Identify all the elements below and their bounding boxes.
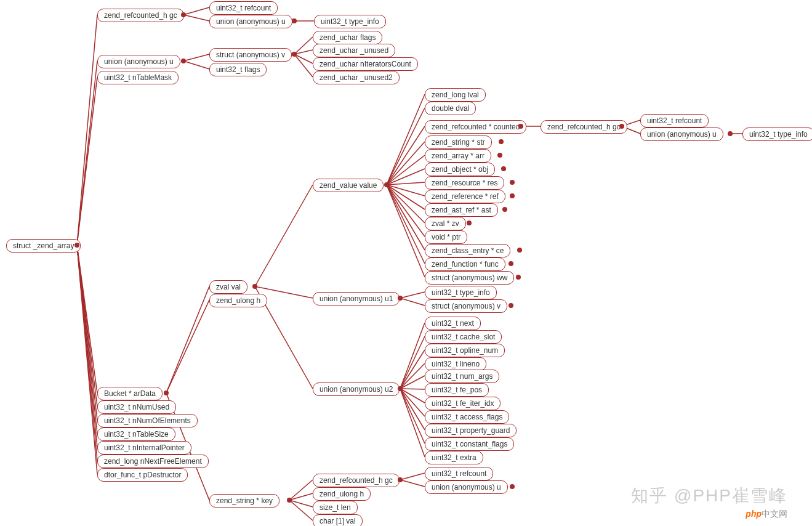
node-pdestructor[interactable]: dtor_func_t pDestructor bbox=[97, 468, 188, 482]
expand-dot[interactable] bbox=[181, 59, 186, 63]
expand-dot[interactable] bbox=[501, 166, 506, 171]
node-nnumused[interactable]: uint32_t nNumUsed bbox=[97, 400, 176, 414]
node-gc[interactable]: zend_refcounted_h gc bbox=[97, 9, 184, 22]
expand-dot[interactable] bbox=[398, 296, 403, 301]
node-type-info[interactable]: uint32_t type_info bbox=[314, 15, 386, 28]
node-nnumofelements[interactable]: uint32_t nNumOfElements bbox=[97, 414, 198, 427]
node-u2-cache-slot[interactable]: uint32_t cache_slot bbox=[425, 330, 502, 344]
node-key-gc[interactable]: zend_refcounted_h gc bbox=[313, 474, 400, 487]
node-ref[interactable]: zend_reference * ref bbox=[425, 190, 505, 203]
node-ast[interactable]: zend_ast_ref * ast bbox=[425, 203, 498, 217]
node-uchar-niterators[interactable]: zend_uchar nIteratorsCount bbox=[313, 57, 418, 71]
node-obj[interactable]: zend_object * obj bbox=[425, 163, 495, 176]
svg-line-54 bbox=[400, 389, 425, 443]
node-key-union[interactable]: union (anonymous) u bbox=[425, 480, 508, 494]
expand-dot[interactable] bbox=[517, 248, 522, 253]
node-u2-next[interactable]: uint32_t next bbox=[425, 317, 481, 330]
svg-line-48 bbox=[400, 363, 425, 389]
expand-dot[interactable] bbox=[398, 477, 403, 482]
node-refcounted-gc[interactable]: zend_refcounted_h gc bbox=[541, 120, 627, 134]
expand-dot[interactable] bbox=[510, 484, 515, 489]
expand-dot[interactable] bbox=[497, 153, 502, 158]
node-string-key[interactable]: zend_string * key bbox=[209, 494, 279, 508]
expand-dot[interactable] bbox=[518, 124, 523, 129]
node-nnextfreeelement[interactable]: zend_long nNextFreeElement bbox=[97, 455, 209, 468]
node-dval[interactable]: double dval bbox=[425, 102, 476, 115]
expand-dot[interactable] bbox=[181, 12, 186, 17]
node-counted[interactable]: zend_refcounted * counted bbox=[425, 120, 526, 134]
expand-dot[interactable] bbox=[292, 18, 297, 23]
node-zend-value[interactable]: zend_value value bbox=[313, 179, 384, 192]
watermark: 知乎 @PHP崔雪峰 bbox=[631, 484, 787, 508]
svg-line-17 bbox=[294, 54, 313, 63]
node-uchar-unused[interactable]: zend_uchar _unused bbox=[313, 44, 395, 57]
expand-dot[interactable] bbox=[252, 284, 257, 289]
node-str[interactable]: zend_string * str bbox=[425, 136, 492, 149]
svg-line-61 bbox=[400, 480, 425, 487]
node-lval[interactable]: zend_long lval bbox=[425, 88, 486, 102]
node-uchar-unused2[interactable]: zend_uchar _unused2 bbox=[313, 71, 400, 84]
node-ntablemask[interactable]: uint32_t nTableMask bbox=[97, 71, 179, 84]
expand-dot[interactable] bbox=[292, 52, 297, 57]
node-res[interactable]: zend_resource * res bbox=[425, 176, 504, 190]
node-u2-fe-iter[interactable]: uint32_t fe_iter_idx bbox=[425, 397, 500, 410]
node-ardata[interactable]: Bucket * arData bbox=[97, 387, 163, 400]
node-func[interactable]: zend_function * func bbox=[425, 257, 505, 271]
node-ninternalpointer[interactable]: uint32_t nInternalPointer bbox=[97, 441, 191, 455]
node-union-u1[interactable]: union (anonymous) u1 bbox=[313, 292, 400, 305]
node-refcount[interactable]: uint32_t refcount bbox=[209, 1, 278, 15]
node-struct-v[interactable]: struct (anonymous) v bbox=[209, 48, 292, 62]
expand-dot[interactable] bbox=[398, 386, 403, 391]
node-u2-num-args[interactable]: uint32_t num_args bbox=[425, 370, 499, 383]
node-u2-fe-pos[interactable]: uint32_t fe_pos bbox=[425, 383, 489, 397]
expand-dot[interactable] bbox=[510, 180, 515, 185]
expand-dot[interactable] bbox=[287, 498, 292, 503]
node-union-u[interactable]: union (anonymous) u bbox=[97, 55, 180, 68]
svg-line-13 bbox=[183, 54, 209, 61]
expand-dot[interactable] bbox=[499, 139, 504, 144]
expand-dot[interactable] bbox=[619, 124, 624, 129]
node-ntablesize[interactable]: uint32_t nTableSize bbox=[97, 427, 175, 441]
expand-dot[interactable] bbox=[502, 207, 507, 212]
node-zval-val[interactable]: zval val bbox=[209, 280, 247, 294]
node-u2-extra[interactable]: uint32_t extra bbox=[425, 451, 483, 464]
node-union-u2[interactable]: union (anonymous) u2 bbox=[313, 382, 400, 396]
node-key-val[interactable]: char [1] val bbox=[313, 514, 363, 526]
expand-dot[interactable] bbox=[728, 131, 733, 136]
node-u2-const-flags[interactable]: uint32_t constant_flags bbox=[425, 437, 514, 451]
svg-line-52 bbox=[400, 389, 425, 416]
node-ww[interactable]: struct (anonymous) ww bbox=[425, 271, 514, 285]
svg-line-18 bbox=[294, 54, 313, 77]
svg-line-11 bbox=[183, 15, 209, 21]
expand-dot[interactable] bbox=[467, 221, 472, 225]
node-refcounted-type-info[interactable]: uint32_t type_info bbox=[742, 127, 812, 141]
node-union-u2[interactable]: union (anonymous) u bbox=[209, 15, 292, 28]
node-ce[interactable]: zend_class_entry * ce bbox=[425, 244, 510, 257]
node-arr[interactable]: zend_array * arr bbox=[425, 149, 491, 163]
node-ulong-h[interactable]: zend_ulong h bbox=[209, 294, 267, 307]
node-refcounted-refcount[interactable]: uint32_t refcount bbox=[640, 114, 709, 127]
expand-dot[interactable] bbox=[74, 243, 79, 248]
expand-dot[interactable] bbox=[510, 193, 515, 198]
node-u2-prop-guard[interactable]: uint32_t property_guard bbox=[425, 424, 517, 437]
node-key-h[interactable]: zend_ulong h bbox=[313, 487, 371, 501]
node-u2-lineno[interactable]: uint32_t lineno bbox=[425, 357, 486, 371]
node-u1-type-info[interactable]: uint32_t type_info bbox=[425, 286, 497, 299]
expand-dot[interactable] bbox=[516, 275, 521, 280]
expand-dot[interactable] bbox=[509, 261, 513, 266]
svg-line-60 bbox=[400, 473, 425, 480]
node-u1-struct-v[interactable]: struct (anonymous) v bbox=[425, 299, 507, 313]
expand-dot[interactable] bbox=[509, 303, 513, 308]
node-key-len[interactable]: size_t len bbox=[313, 501, 358, 514]
node-ptr[interactable]: void * ptr bbox=[425, 230, 467, 244]
node-root[interactable]: struct _zend_array bbox=[6, 239, 81, 253]
node-zv[interactable]: zval * zv bbox=[425, 217, 466, 230]
expand-dot[interactable] bbox=[384, 182, 389, 187]
node-refcounted-union[interactable]: union (anonymous) u bbox=[640, 127, 723, 141]
node-flags[interactable]: uint32_t flags bbox=[209, 63, 267, 76]
node-key-refcount[interactable]: uint32_t refcount bbox=[425, 467, 493, 480]
expand-dot[interactable] bbox=[164, 390, 169, 395]
node-uchar-flags[interactable]: zend_uchar flags bbox=[313, 31, 382, 44]
node-u2-opline-num[interactable]: uint32_t opline_num bbox=[425, 344, 505, 357]
node-u2-access-flags[interactable]: uint32_t access_flags bbox=[425, 410, 509, 424]
